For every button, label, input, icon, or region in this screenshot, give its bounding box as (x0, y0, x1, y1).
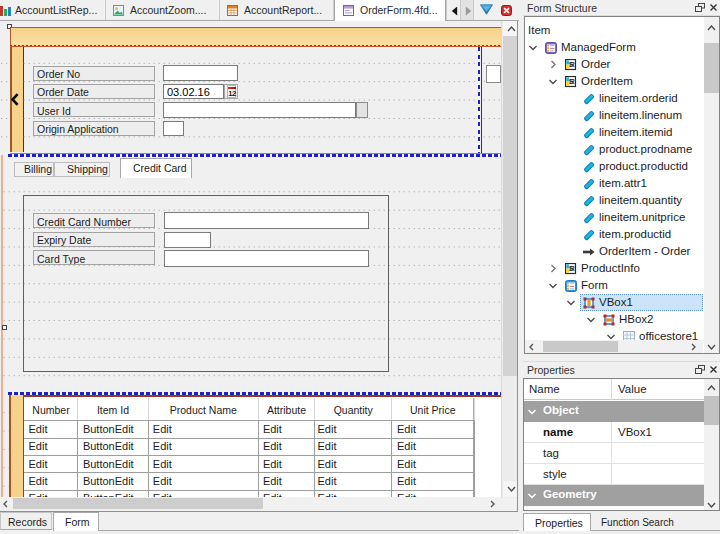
svg-text:SR: SR (569, 265, 575, 272)
svg-text:SR: SR (569, 61, 575, 68)
svg-text:SR: SR (569, 78, 575, 85)
